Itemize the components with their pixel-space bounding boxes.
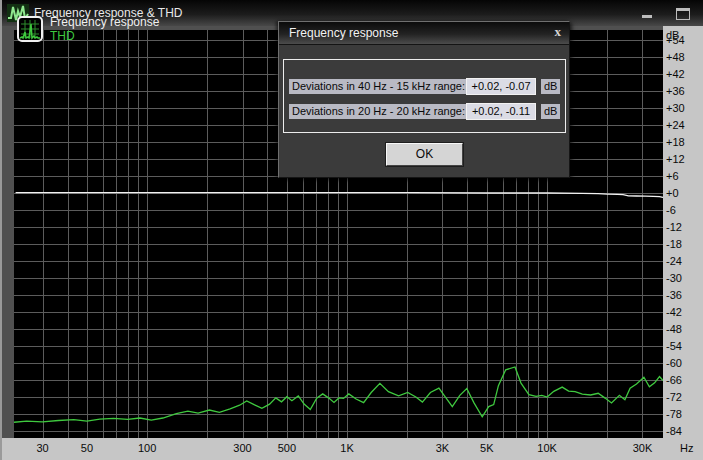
x-axis-label: 30 [36,442,48,454]
y-axis: dB +54+48+42+36+30+24+18+12+6+0-6-12-18-… [663,26,703,460]
y-axis-label: -66 [666,373,682,387]
y-axis-label: -84 [666,424,682,438]
x-axis-label: 300 [233,442,251,454]
minimize-button[interactable] [640,7,656,20]
maximize-icon [676,8,690,20]
y-axis-label: +18 [666,135,685,149]
y-axis-label: -54 [666,339,682,353]
frequency-response-dialog: Frequency response x Deviations in 40 Hz… [278,21,570,178]
y-axis-label: +12 [666,152,685,166]
deviation-40hz-15khz-value: +0.02, -0.07 [466,78,536,95]
x-axis-label: 100 [138,442,156,454]
x-axis-label: 3K [436,442,449,454]
spectrum-icon [17,16,43,42]
y-axis-label: -72 [666,390,682,404]
dialog-title: Frequency response [289,26,398,40]
y-axis-label: -42 [666,305,682,319]
deviation-20hz-20khz-value: +0.02, -0.11 [466,103,536,120]
deviation-40hz-15khz-unit: dB [541,79,560,94]
y-axis-label: -36 [666,288,682,302]
minimize-icon [642,15,652,18]
deviation-40hz-15khz-label: Deviations in 40 Hz - 15 kHz range: [289,79,468,94]
legend-frequency-response[interactable]: Frequency response [50,15,159,29]
close-icon[interactable]: x [555,24,562,40]
y-axis-label: -60 [666,356,682,370]
y-axis-label: -12 [666,220,682,234]
x-axis-unit: Hz [680,442,693,454]
x-axis-label: 30K [633,442,653,454]
x-axis-label: 50 [81,442,93,454]
y-axis-label: +6 [666,169,679,183]
y-axis-label: +0 [666,186,679,200]
legend-thd[interactable]: THD [50,29,75,43]
y-axis-label: -30 [666,271,682,285]
y-axis-label: -18 [666,237,682,251]
y-axis-label: +24 [666,118,685,132]
y-axis-label: +48 [666,50,685,64]
y-axis-label: +42 [666,67,685,81]
ok-button[interactable]: OK [386,143,463,166]
y-axis-label: -24 [666,254,682,268]
y-axis-label: -6 [666,203,676,217]
x-axis: Hz 30501003005001K3K5K10K30K [2,438,703,460]
dialog-group-frame [283,59,566,133]
y-axis-label: +54 [666,33,685,47]
x-axis-label: 5K [480,442,493,454]
x-axis-label: 10K [537,442,557,454]
app-window: Frequency response & THD dB +54+48+42+36… [0,0,703,460]
deviation-20hz-20khz-label: Deviations in 20 Hz - 20 kHz range: [289,104,468,119]
dialog-titlebar: Frequency response x [279,22,569,45]
maximize-button[interactable] [675,7,691,20]
y-axis-label: -78 [666,407,682,421]
y-axis-label: +30 [666,101,685,115]
x-axis-label: 500 [278,442,296,454]
x-axis-label: 1K [340,442,353,454]
y-axis-label: -48 [666,322,682,336]
deviation-20hz-20khz-unit: dB [541,104,560,119]
y-axis-label: +36 [666,84,685,98]
